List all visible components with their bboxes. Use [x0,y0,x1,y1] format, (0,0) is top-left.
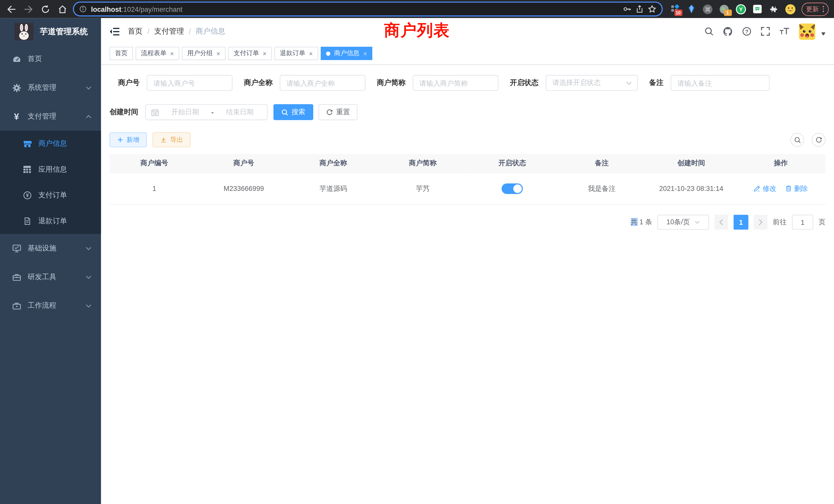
key-icon[interactable] [623,5,631,13]
toolbox-icon [12,273,21,281]
short-name-input[interactable] [412,75,498,91]
field-label: 商户简称 [377,78,406,88]
total-selected-text: 共 [631,218,638,226]
status-toggle[interactable] [502,183,523,194]
next-page-button[interactable] [754,215,768,230]
sidebar-item-pay-order[interactable]: ¥ 支付订单 [0,182,101,208]
sidebar-item-home[interactable]: 首页 [0,45,101,73]
remark-input[interactable] [671,75,769,91]
sidebar-item-workflow[interactable]: 工作流程 [0,291,101,320]
page-number-1[interactable]: 1 [733,215,748,230]
browser-toolbar: localhost:1024/pay/merchant 10 ⌘ 1 Y [0,0,834,18]
back-icon[interactable] [5,3,17,15]
sidebar-item-label: 系统管理 [28,83,57,92]
close-icon[interactable]: × [217,50,220,57]
date-end-placeholder: 结束日期 [218,107,262,117]
reload-icon[interactable] [39,3,51,15]
edit-link[interactable]: 修改 [754,184,776,193]
export-button[interactable]: 导出 [153,132,191,147]
command-extension-icon[interactable]: ⌘ [702,4,713,14]
total-count: 共 1 条 [631,217,652,227]
search-icon [794,136,801,143]
field-label: 备注 [649,78,663,88]
toggle-knob [513,184,522,193]
puzzle-icon[interactable] [768,4,779,14]
address-bar[interactable]: localhost:1024/pay/merchant [73,2,662,17]
reset-button[interactable]: 重置 [319,104,357,120]
payment-submenu: 商户信息 应用信息 ¥ 支付订单 退款订单 [0,131,101,234]
help-icon[interactable]: ? [742,27,751,36]
star-icon[interactable] [648,5,656,13]
add-button[interactable]: 新增 [110,132,147,147]
date-range-input[interactable]: 开始日期 - 结束日期 [145,104,267,120]
share-icon[interactable] [635,5,643,13]
jump-page-input[interactable] [792,215,813,230]
close-icon[interactable]: × [363,50,367,57]
close-icon[interactable]: × [263,50,266,57]
tab-merchant-info[interactable]: 商户信息× [321,47,372,60]
page-size-select[interactable]: 10条/页 [657,215,709,230]
sidebar-item-label: 研发工具 [28,272,57,282]
close-icon[interactable]: × [170,50,174,57]
tab-refund-order[interactable]: 退款订单× [275,47,318,60]
sidebar-item-label: 支付订单 [38,190,67,200]
grid-icon [22,165,32,174]
sidebar-item-merchant-info[interactable]: 商户信息 [0,131,101,157]
sidebar-item-dev-tools[interactable]: 研发工具 [0,262,101,291]
filter-remark: 备注 [649,75,769,91]
url-path: :1024/pay/merchant [121,5,182,13]
search-button[interactable]: 搜索 [273,104,313,120]
info-icon[interactable] [79,5,87,13]
font-size-icon[interactable] [779,27,790,36]
close-icon[interactable]: × [309,50,313,57]
breadcrumb-home[interactable]: 首页 [128,27,142,36]
tab-user-group[interactable]: 用户分组× [182,47,225,60]
dropdown-caret[interactable] [821,32,826,36]
browser-nav [5,3,68,15]
chat-extension-icon[interactable] [752,4,762,14]
refresh-circle-button[interactable] [812,133,826,147]
home-icon[interactable] [57,3,68,15]
refresh-icon [815,136,822,143]
cell-status [467,173,557,205]
grid-extension-icon[interactable]: 10 [670,4,680,14]
search-icon[interactable] [704,27,714,36]
github-icon[interactable] [723,26,733,37]
y-extension-icon[interactable]: Y [736,4,746,14]
status-select[interactable]: 请选择开启状态 [545,75,637,91]
profile-emoji-avatar[interactable] [785,4,795,14]
sidebar-item-payment[interactable]: ¥ 支付管理 [0,102,101,131]
tab-home[interactable]: 首页 [110,47,133,60]
url-text[interactable]: localhost:1024/pay/merchant [91,5,182,13]
sidebar-item-app-info[interactable]: 应用信息 [0,157,101,182]
sidebar-item-infrastructure[interactable]: 基础设施 [0,234,101,262]
merchant-no-input[interactable] [147,75,232,91]
fullscreen-icon[interactable] [761,27,770,36]
cell-id: 1 [110,173,199,205]
status-extension-icon[interactable]: 1 [719,4,729,14]
gem-extension-icon[interactable] [686,4,696,14]
logo-avatar [14,23,34,40]
sidebar-item-refund-order[interactable]: 退款订单 [0,208,101,234]
date-start-placeholder: 开始日期 [163,107,207,117]
logo-row[interactable]: 芋道管理系统 [0,18,101,45]
full-name-input[interactable] [280,75,366,91]
browser-update-button[interactable]: 更新 [802,2,829,16]
field-label: 创建时间 [110,107,138,117]
hamburger-icon[interactable] [110,27,120,36]
search-circle-button[interactable] [790,133,804,147]
prev-page-button[interactable] [714,215,728,230]
sidebar-item-system[interactable]: 系统管理 [0,73,101,102]
tab-pay-order[interactable]: 支付订单× [228,47,272,60]
chevron-down-icon [86,275,92,279]
user-avatar[interactable] [799,23,815,40]
forward-icon[interactable] [22,3,34,15]
tab-process-form[interactable]: 流程表单× [136,47,179,60]
delete-link[interactable]: 删除 [785,184,808,193]
store-icon [22,139,32,148]
sidebar: 芋道管理系统 首页 系统管理 ¥ 支付管理 [0,18,101,504]
breadcrumb-payment[interactable]: 支付管理 [154,27,184,36]
browser-menu-icon[interactable] [822,6,824,12]
gear-icon [12,83,21,92]
column-header: 商户编号 [110,154,199,173]
